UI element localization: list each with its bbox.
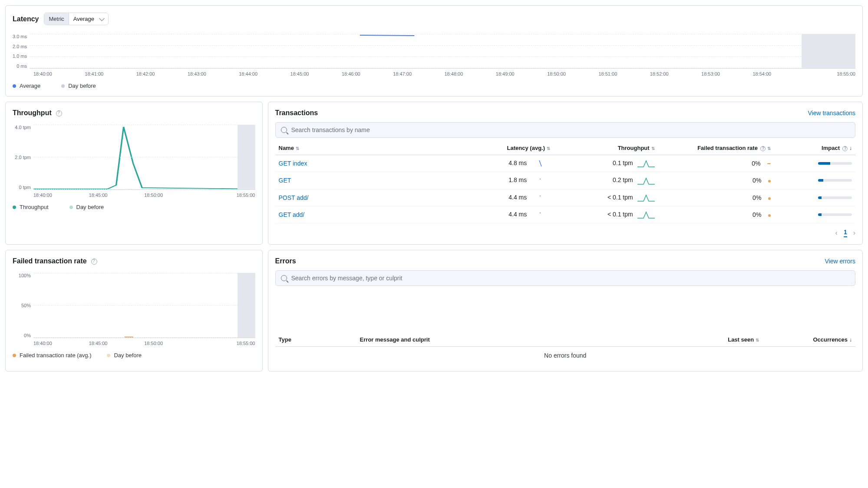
- tx-name[interactable]: GET add/: [275, 206, 393, 223]
- info-icon[interactable]: [91, 259, 97, 265]
- no-errors-message: No errors found: [275, 347, 856, 364]
- tx-ftr: 0%: [658, 189, 774, 206]
- errors-title: Errors: [275, 257, 296, 265]
- col-latency[interactable]: Latency (avg.)⇅: [393, 141, 554, 155]
- legend-item[interactable]: Day before: [107, 352, 142, 359]
- search-icon: [281, 275, 287, 281]
- info-icon[interactable]: [56, 110, 62, 116]
- col-occurrences[interactable]: Occurrences↓: [762, 333, 855, 347]
- tx-impact: [774, 155, 855, 172]
- tx-name[interactable]: POST add/: [275, 189, 393, 206]
- tx-impact: [774, 206, 855, 223]
- throughput-title: Throughput: [13, 109, 52, 116]
- legend-item[interactable]: Average: [13, 83, 40, 89]
- errors-empty-space: [275, 289, 856, 333]
- tx-ftr: 0%: [658, 206, 774, 223]
- table-row: GET index4.8 ms 0.1 tpm 0% –: [275, 155, 856, 172]
- metric-value[interactable]: Average: [69, 13, 108, 25]
- col-impact[interactable]: Impact↓: [774, 141, 855, 155]
- tx-ftr: 0%: [658, 172, 774, 189]
- legend-dot: [61, 84, 65, 88]
- legend-dot: [13, 206, 16, 209]
- tx-latency: 4.4 ms: [393, 206, 554, 223]
- legend-item[interactable]: Day before: [69, 204, 104, 210]
- latency-chart[interactable]: 3.0 ms2.0 ms1.0 ms0 ms: [13, 34, 855, 69]
- col-name[interactable]: Name⇅: [275, 141, 393, 155]
- panel-transactions: Transactions View transactions Name⇅ Lat…: [268, 102, 863, 245]
- legend-dot: [107, 354, 110, 357]
- tx-name[interactable]: GET: [275, 172, 393, 189]
- page-prev[interactable]: ‹: [835, 229, 838, 237]
- tx-impact: [774, 172, 855, 189]
- tx-impact: [774, 189, 855, 206]
- search-icon: [281, 127, 287, 133]
- panel-ftr: Failed transaction rate 100%50%0% 18:40:…: [5, 250, 263, 372]
- tx-throughput: < 0.1 tpm: [554, 189, 658, 206]
- view-transactions-link[interactable]: View transactions: [808, 110, 855, 116]
- legend-item[interactable]: Throughput: [13, 204, 49, 210]
- legend-item[interactable]: Day before: [61, 83, 96, 89]
- col-type[interactable]: Type: [275, 333, 356, 347]
- table-row: GET add/4.4 ms < 0.1 tpm 0%: [275, 206, 856, 223]
- page-next[interactable]: ›: [853, 229, 855, 237]
- panel-throughput: Throughput 4.0 tpm2.0 tpm0 tpm 18:40:001…: [5, 102, 263, 245]
- svg-point-2: [540, 179, 541, 179]
- tx-latency: 4.4 ms: [393, 189, 554, 206]
- tx-throughput: < 0.1 tpm: [554, 206, 658, 223]
- view-errors-link[interactable]: View errors: [825, 258, 855, 265]
- ftr-chart[interactable]: 100%50%0%: [13, 273, 255, 338]
- errors-search[interactable]: [275, 270, 856, 286]
- tx-latency: 1.8 ms: [393, 172, 554, 189]
- tx-throughput: 0.1 tpm: [554, 155, 658, 172]
- col-last-seen[interactable]: Last seen⇅: [681, 333, 762, 347]
- svg-line-1: [539, 160, 541, 166]
- svg-line-0: [360, 35, 415, 36]
- ftr-title: Failed transaction rate: [13, 257, 87, 265]
- tx-name[interactable]: GET index: [275, 155, 393, 172]
- transactions-search[interactable]: [275, 122, 856, 138]
- transactions-table: Name⇅ Latency (avg.)⇅ Throughput⇅ Failed…: [275, 141, 856, 223]
- panel-latency: Latency Metric Average 3.0 ms2.0 ms1.0 m…: [5, 5, 863, 96]
- legend-item[interactable]: Failed transaction rate (avg.): [13, 352, 91, 359]
- metric-label: Metric: [44, 13, 69, 25]
- svg-point-4: [540, 212, 541, 213]
- pagination: ‹ 1 ›: [275, 229, 856, 237]
- svg-point-3: [540, 196, 541, 196]
- table-row: POST add/4.4 ms < 0.1 tpm 0%: [275, 189, 856, 206]
- legend-dot: [13, 84, 16, 88]
- latency-title: Latency: [13, 15, 39, 23]
- legend-dot: [13, 354, 16, 357]
- col-msg[interactable]: Error message and culprit: [356, 333, 681, 347]
- col-ftr[interactable]: Failed transaction rate⇅: [658, 141, 774, 155]
- page-current[interactable]: 1: [844, 229, 847, 237]
- metric-selector[interactable]: Metric Average: [44, 13, 108, 25]
- col-throughput[interactable]: Throughput⇅: [554, 141, 658, 155]
- errors-search-input[interactable]: [290, 274, 850, 282]
- transactions-title: Transactions: [275, 109, 318, 117]
- throughput-chart[interactable]: 4.0 tpm2.0 tpm0 tpm: [13, 125, 255, 190]
- tx-throughput: 0.2 tpm: [554, 172, 658, 189]
- transactions-search-input[interactable]: [290, 126, 850, 134]
- legend-dot: [69, 206, 73, 209]
- tx-latency: 4.8 ms: [393, 155, 554, 172]
- table-row: GET1.8 ms 0.2 tpm 0%: [275, 172, 856, 189]
- panel-errors: Errors View errors Type Error message an…: [268, 250, 863, 372]
- errors-table: Type Error message and culprit Last seen…: [275, 333, 856, 347]
- tx-ftr: 0% –: [658, 155, 774, 172]
